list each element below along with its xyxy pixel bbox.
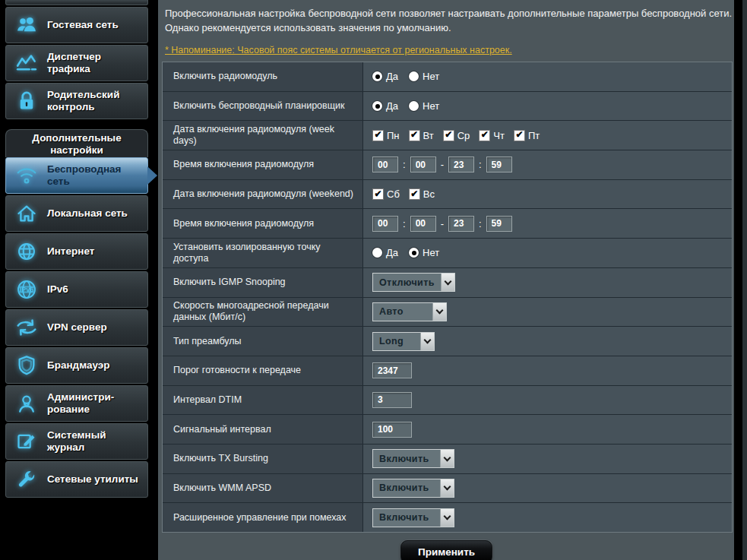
wifi-icon <box>6 166 47 185</box>
chevron-down-icon <box>440 509 454 527</box>
row-label: Интервал DTIM <box>163 386 363 415</box>
users-icon <box>6 15 47 35</box>
table-row: Время включения радиомодуля : - : <box>163 209 732 239</box>
admin-user-icon <box>6 393 47 414</box>
row-label: Включить радиомодуль <box>163 62 363 91</box>
weekend-sun-checkbox[interactable] <box>409 188 420 200</box>
sidebar-section-advanced-settings: Дополнительные настройки <box>5 129 148 157</box>
table-row: Включить беспроводный планировщик Да Нет <box>163 92 732 122</box>
sidebar-item-wireless[interactable]: Беспроводнаясеть <box>5 157 148 194</box>
sidebar-item-ipv6[interactable]: IPv6 IPv6 <box>5 271 148 308</box>
table-row: Дата включения радиомодуля (weekend) Сб … <box>163 180 732 210</box>
scheduler-no-radio[interactable] <box>409 101 419 111</box>
timezone-reminder-link[interactable]: * Напоминание: Часовой пояс системы отли… <box>165 45 512 55</box>
sidebar-item-parental-control[interactable]: Родительскийконтроль <box>5 83 148 119</box>
rts-threshold-input[interactable] <box>372 362 412 378</box>
chevron-down-icon <box>432 303 446 321</box>
weekday-end-hour-input[interactable] <box>448 157 474 172</box>
table-row: Включить радиомодуль Да Нет <box>163 62 732 92</box>
table-row: Расширенное управление при помехах Включ… <box>163 503 732 532</box>
sidebar-item-firewall[interactable]: Брандмауэр <box>5 347 148 384</box>
sidebar-item-partial[interactable] <box>5 0 148 5</box>
sidebar: Гостевая сеть Диспетчертрафика Родительс… <box>0 0 158 560</box>
interference-mgmt-select[interactable]: Включить <box>372 508 454 527</box>
tx-bursting-select[interactable]: Включить <box>372 449 454 468</box>
sidebar-item-network-tools[interactable]: Сетевые утилиты <box>5 461 148 498</box>
apply-button-bar: Применить <box>162 540 731 560</box>
row-label: Время включения радиомодуля <box>163 209 363 238</box>
sidebar-item-lan[interactable]: Локальная сеть <box>5 195 148 232</box>
sidebar-item-label: VPN сервер <box>47 321 107 334</box>
weekday-start-min-input[interactable] <box>410 157 436 172</box>
weekend-sat-checkbox[interactable] <box>372 188 384 200</box>
sidebar-item-label: Гостевая сеть <box>47 19 119 31</box>
sidebar-item-label: Беспроводнаясеть <box>47 163 122 188</box>
isolated-ap-no-radio[interactable] <box>409 248 419 258</box>
sidebar-item-label: IPv6 <box>47 283 68 296</box>
sidebar-item-traffic-manager[interactable]: Диспетчертрафика <box>5 45 148 81</box>
row-label: Установить изолированную точку доступа <box>163 239 363 267</box>
table-row: Включить TX Bursting Включить <box>163 445 732 474</box>
weekend-end-min-input[interactable] <box>486 216 512 232</box>
row-label: Порог готовности к передаче <box>163 356 363 385</box>
sidebar-item-label: Системныйжурнал <box>47 429 106 454</box>
table-row: Включить WMM APSD Включить <box>163 474 732 504</box>
igmp-snooping-select[interactable]: Отключить <box>372 273 455 292</box>
scheduler-yes-radio[interactable] <box>372 101 382 111</box>
row-label: Включить беспроводный планировщик <box>163 92 363 121</box>
log-pencil-icon <box>6 431 47 452</box>
table-row: Тип преамбулы Long <box>163 327 732 356</box>
multicast-rate-select[interactable]: Авто <box>372 302 447 321</box>
sidebar-item-internet[interactable]: Интернет <box>5 233 148 270</box>
row-label: Включить IGMP Snooping <box>163 268 363 297</box>
weekend-end-hour-input[interactable] <box>448 216 474 232</box>
row-label: Дата включения радиомодуля (week days) <box>163 121 363 150</box>
main-content: Профессиональная настройка беспроводной … <box>158 0 734 560</box>
isolated-ap-yes-radio[interactable] <box>372 248 382 258</box>
weekday-start-hour-input[interactable] <box>372 157 398 172</box>
table-row: Дата включения радиомодуля (week days) П… <box>163 121 732 150</box>
svg-text:IPv6: IPv6 <box>20 286 34 293</box>
right-edge-strip <box>742 0 747 560</box>
apply-button[interactable]: Применить <box>400 540 492 560</box>
radio-enable-no-radio[interactable] <box>409 71 419 81</box>
globe-icon <box>6 241 47 262</box>
row-label: Тип преамбулы <box>163 327 363 356</box>
radio-enable-yes-radio[interactable] <box>372 71 382 81</box>
traffic-chart-icon <box>6 53 47 73</box>
chevron-down-icon <box>441 274 454 291</box>
sidebar-item-vpn-server[interactable]: VPN сервер <box>5 309 148 346</box>
weekend-start-min-input[interactable] <box>410 216 436 232</box>
beacon-interval-input[interactable] <box>372 422 412 438</box>
weekday-tue-checkbox[interactable] <box>409 130 420 141</box>
sidebar-item-guest-network[interactable]: Гостевая сеть <box>5 7 148 43</box>
row-label: Дата включения радиомодуля (weekend) <box>163 180 363 209</box>
sidebar-item-label: Интернет <box>47 245 94 258</box>
sidebar-item-administration[interactable]: Администри-рование <box>5 385 148 422</box>
table-row: Порог готовности к передаче <box>163 356 732 386</box>
row-label: Включить WMM APSD <box>163 474 363 503</box>
weekday-wed-checkbox[interactable] <box>443 130 454 141</box>
wmm-apsd-select[interactable]: Включить <box>372 479 454 498</box>
weekday-mon-checkbox[interactable] <box>372 130 384 141</box>
weekday-end-min-input[interactable] <box>486 157 512 172</box>
home-icon <box>6 204 47 223</box>
shield-icon <box>6 355 47 376</box>
preamble-type-select[interactable]: Long <box>372 332 435 351</box>
vpn-icon <box>6 318 47 337</box>
sidebar-item-label: Сетевые утилиты <box>47 473 138 486</box>
dtim-interval-input[interactable] <box>372 392 412 408</box>
row-label: Сигнальный интервал <box>163 415 363 444</box>
table-row: Интервал DTIM <box>163 386 732 416</box>
weekend-start-hour-input[interactable] <box>372 216 398 232</box>
weekday-fri-checkbox[interactable] <box>514 130 525 141</box>
sidebar-item-label: Брандмауэр <box>47 359 110 372</box>
table-row: Скорость многоадресной передачи данных (… <box>163 298 732 327</box>
row-label: Включить TX Bursting <box>163 445 363 473</box>
sidebar-item-system-log[interactable]: Системныйжурнал <box>5 423 148 460</box>
settings-table: Включить радиомодуль Да Нет Включить бес… <box>162 62 733 533</box>
weekday-thu-checkbox[interactable] <box>479 130 490 141</box>
chevron-down-icon <box>420 333 434 350</box>
page-description: Профессиональная настройка беспроводной … <box>162 6 734 35</box>
row-label: Расширенное управление при помехах <box>163 503 363 532</box>
